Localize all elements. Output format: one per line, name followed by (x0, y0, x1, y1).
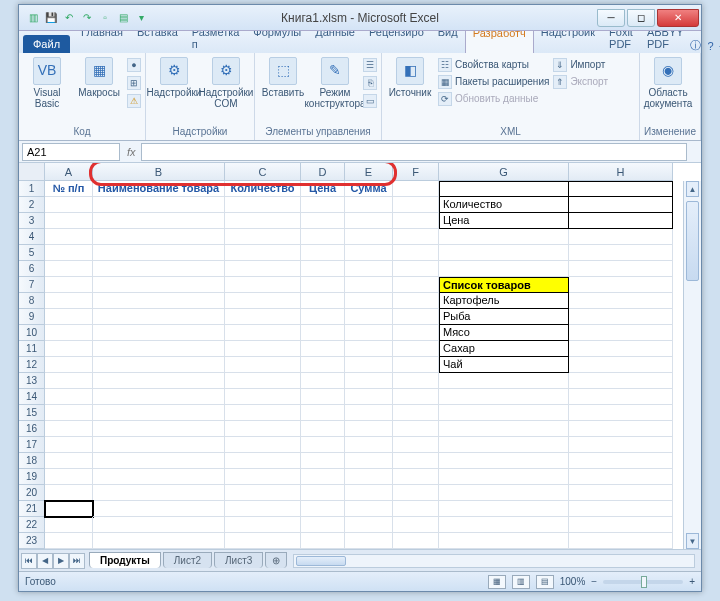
cell-E17[interactable] (345, 437, 393, 453)
cell-F3[interactable] (393, 213, 439, 229)
cell-G13[interactable] (439, 373, 569, 389)
cell-G4[interactable] (439, 229, 569, 245)
cell-B11[interactable] (93, 341, 225, 357)
row-header-2[interactable]: 2 (19, 197, 45, 213)
cell-H16[interactable] (569, 421, 673, 437)
row-header-20[interactable]: 20 (19, 485, 45, 501)
file-tab[interactable]: Файл (23, 35, 70, 53)
cell-A1[interactable]: № п/п (45, 181, 93, 197)
row-header-4[interactable]: 4 (19, 229, 45, 245)
cell-G22[interactable] (439, 517, 569, 533)
cell-D8[interactable] (301, 293, 345, 309)
source-button[interactable]: ◧Источник (386, 55, 434, 98)
row-header-21[interactable]: 21 (19, 501, 45, 517)
cell-H7[interactable] (569, 277, 673, 293)
cell-H9[interactable] (569, 309, 673, 325)
cell-B7[interactable] (93, 277, 225, 293)
import-button[interactable]: ⇓Импорт (553, 57, 608, 73)
cell-F19[interactable] (393, 469, 439, 485)
cell-F10[interactable] (393, 325, 439, 341)
help-icon[interactable]: ? (707, 40, 713, 52)
cell-B6[interactable] (93, 261, 225, 277)
row-header-6[interactable]: 6 (19, 261, 45, 277)
cell-G19[interactable] (439, 469, 569, 485)
cell-E18[interactable] (345, 453, 393, 469)
cell-A8[interactable] (45, 293, 93, 309)
cell-G20[interactable] (439, 485, 569, 501)
scroll-thumb[interactable] (686, 201, 699, 281)
cell-C23[interactable] (225, 533, 301, 549)
cell-E5[interactable] (345, 245, 393, 261)
col-header-F[interactable]: F (393, 163, 439, 181)
cell-C19[interactable] (225, 469, 301, 485)
cell-B21[interactable] (93, 501, 225, 517)
cell-E20[interactable] (345, 485, 393, 501)
sheet-nav-first[interactable]: ⏮ (21, 553, 37, 569)
expansion-packs-button[interactable]: ▦Пакеты расширения (438, 74, 549, 90)
cell-D5[interactable] (301, 245, 345, 261)
cell-A22[interactable] (45, 517, 93, 533)
addins-button[interactable]: ⚙Надстройки (150, 55, 198, 98)
cell-H1[interactable] (569, 181, 673, 197)
cell-C17[interactable] (225, 437, 301, 453)
cell-H19[interactable] (569, 469, 673, 485)
cell-A17[interactable] (45, 437, 93, 453)
record-macro-button[interactable]: ● (127, 57, 141, 73)
minimize-button[interactable]: ─ (597, 9, 625, 27)
scroll-up-arrow[interactable]: ▲ (686, 181, 699, 197)
cell-A12[interactable] (45, 357, 93, 373)
cell-E15[interactable] (345, 405, 393, 421)
cell-A16[interactable] (45, 421, 93, 437)
cell-C1[interactable]: Количество (225, 181, 301, 197)
cell-A10[interactable] (45, 325, 93, 341)
qat-new-icon[interactable]: ▫ (97, 10, 113, 26)
cell-C2[interactable] (225, 197, 301, 213)
cell-E16[interactable] (345, 421, 393, 437)
sheet-tab-active[interactable]: Продукты (89, 552, 161, 568)
cell-F6[interactable] (393, 261, 439, 277)
cell-A14[interactable] (45, 389, 93, 405)
insert-control-button[interactable]: ⬚Вставить (259, 55, 307, 98)
cell-B2[interactable] (93, 197, 225, 213)
cell-E14[interactable] (345, 389, 393, 405)
vertical-scrollbar[interactable]: ▲ ▼ (683, 181, 701, 549)
sheet-tab-2[interactable]: Лист2 (163, 552, 212, 568)
cell-G17[interactable] (439, 437, 569, 453)
cell-G18[interactable] (439, 453, 569, 469)
row-header-14[interactable]: 14 (19, 389, 45, 405)
cell-A19[interactable] (45, 469, 93, 485)
cell-H8[interactable] (569, 293, 673, 309)
row-header-19[interactable]: 19 (19, 469, 45, 485)
cell-F9[interactable] (393, 309, 439, 325)
cell-F1[interactable] (393, 181, 439, 197)
cell-H15[interactable] (569, 405, 673, 421)
cell-A7[interactable] (45, 277, 93, 293)
cell-H5[interactable] (569, 245, 673, 261)
sheet-nav-next[interactable]: ▶ (53, 553, 69, 569)
row-header-18[interactable]: 18 (19, 453, 45, 469)
cell-D18[interactable] (301, 453, 345, 469)
row-header-12[interactable]: 12 (19, 357, 45, 373)
minimize-ribbon-icon[interactable]: ⓘ (690, 38, 701, 53)
zoom-out-button[interactable]: − (591, 576, 597, 587)
cell-G10[interactable]: Мясо (439, 325, 569, 341)
cell-G14[interactable] (439, 389, 569, 405)
cell-C8[interactable] (225, 293, 301, 309)
fx-icon[interactable]: fx (123, 146, 141, 158)
view-pagebreak-button[interactable]: ▤ (536, 575, 554, 589)
row-header-11[interactable]: 11 (19, 341, 45, 357)
cell-F22[interactable] (393, 517, 439, 533)
cell-F21[interactable] (393, 501, 439, 517)
cell-E7[interactable] (345, 277, 393, 293)
cell-D20[interactable] (301, 485, 345, 501)
cell-D7[interactable] (301, 277, 345, 293)
col-header-E[interactable]: E (345, 163, 393, 181)
cell-E4[interactable] (345, 229, 393, 245)
map-properties-button[interactable]: ☷Свойства карты (438, 57, 549, 73)
cell-A9[interactable] (45, 309, 93, 325)
cell-F11[interactable] (393, 341, 439, 357)
view-layout-button[interactable]: ▥ (512, 575, 530, 589)
cell-C4[interactable] (225, 229, 301, 245)
undo-icon[interactable]: ↶ (61, 10, 77, 26)
sheet-tab-3[interactable]: Лист3 (214, 552, 263, 568)
